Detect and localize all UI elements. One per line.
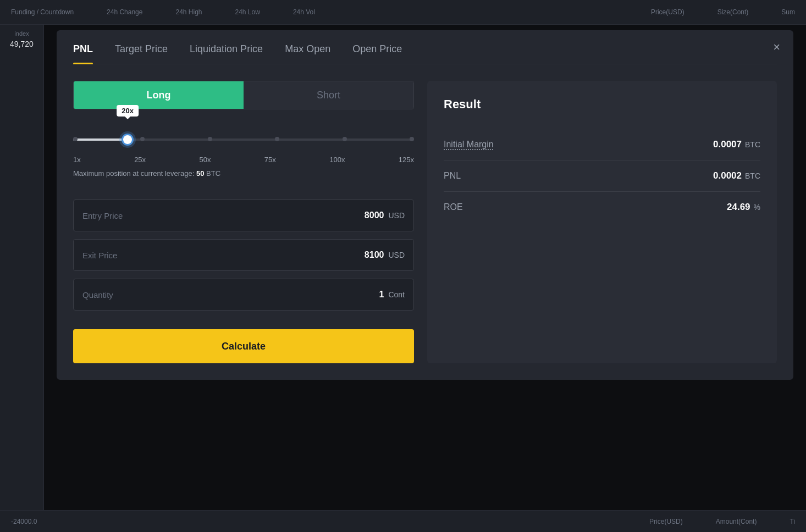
initial-margin-value: 0.0007 BTC bbox=[713, 139, 760, 150]
header-col-24h-change: 24h Change bbox=[107, 8, 142, 16]
max-position-value: 50 bbox=[196, 169, 204, 178]
tab-max-open[interactable]: Max Open bbox=[285, 43, 330, 64]
close-button[interactable]: × bbox=[773, 41, 780, 53]
calculate-button[interactable]: Calculate bbox=[73, 329, 414, 363]
header-col-funding: Funding / Countdown bbox=[11, 8, 74, 16]
tick-label-100x: 100x bbox=[329, 156, 345, 164]
exit-price-unit: USD bbox=[388, 251, 405, 259]
roe-unit: % bbox=[754, 203, 760, 212]
quantity-value-area: 1 Cont bbox=[379, 290, 405, 300]
header-size-label: Size(Cont) bbox=[717, 8, 749, 16]
tab-open-price[interactable]: Open Price bbox=[352, 43, 402, 64]
tick-label-25x: 25x bbox=[134, 156, 146, 164]
slider-fill bbox=[73, 138, 128, 141]
modal-overlay: PNL Target Price Liquidation Price Max O… bbox=[44, 25, 806, 510]
quantity-value: 1 bbox=[379, 290, 384, 300]
bottom-price-label: Price(USD) bbox=[649, 518, 683, 525]
result-row-pnl: PNL 0.0002 BTC bbox=[444, 160, 760, 192]
header-price-label: Price(USD) bbox=[651, 8, 684, 16]
header-col-24h-high: 24h High bbox=[175, 8, 202, 16]
roe-value: 24.69 % bbox=[727, 202, 760, 213]
quantity-label: Quantity bbox=[82, 290, 113, 300]
left-sidebar: index 49,720 bbox=[0, 25, 44, 510]
tick-label-1x: 1x bbox=[73, 156, 81, 164]
quantity-field[interactable]: Quantity 1 Cont bbox=[73, 279, 414, 311]
tab-liquidation-price[interactable]: Liquidation Price bbox=[190, 43, 263, 64]
max-position-text: Maximum position at current leverage: 50… bbox=[73, 169, 414, 178]
bottom-bar: -24000.0 Price(USD) Amount(Cont) Ti bbox=[0, 510, 806, 532]
content-area: Long Short 20x bbox=[73, 81, 777, 363]
exit-price-value-area: 8100 USD bbox=[365, 250, 405, 260]
exit-price-field[interactable]: Exit Price 8100 USD bbox=[73, 239, 414, 271]
roe-label: ROE bbox=[444, 202, 463, 212]
index-label: index bbox=[14, 30, 29, 37]
entry-price-unit: USD bbox=[388, 211, 405, 220]
entry-price-label: Entry Price bbox=[82, 211, 123, 220]
leverage-slider-container: 20x bbox=[73, 126, 414, 153]
exit-price-group: Exit Price 8100 USD bbox=[73, 239, 414, 271]
pnl-unit: BTC bbox=[745, 171, 760, 180]
tick-labels: 1x 25x 50x 75x 100x 125x bbox=[73, 156, 414, 164]
entry-price-field[interactable]: Entry Price 8000 USD bbox=[73, 199, 414, 231]
tab-pnl[interactable]: PNL bbox=[73, 43, 93, 64]
result-row-roe: ROE 24.69 % bbox=[444, 192, 760, 223]
slider-thumb-wrapper bbox=[122, 134, 134, 146]
max-position-unit: BTC bbox=[206, 169, 220, 178]
header-sum-label: Sum bbox=[781, 8, 795, 16]
quantity-unit: Cont bbox=[388, 290, 405, 299]
exit-price-value: 8100 bbox=[365, 250, 384, 260]
tick-label-75x: 75x bbox=[264, 156, 276, 164]
pnl-label: PNL bbox=[444, 171, 461, 181]
tick-label-50x: 50x bbox=[199, 156, 211, 164]
bottom-negative-value: -24000.0 bbox=[11, 518, 37, 525]
result-panel: Result Initial Margin 0.0007 BTC PNL 0.0… bbox=[427, 81, 777, 363]
pnl-num: 0.0002 bbox=[713, 170, 742, 181]
initial-margin-num: 0.0007 bbox=[713, 139, 742, 150]
short-button[interactable]: Short bbox=[244, 81, 413, 109]
initial-margin-label: Initial Margin bbox=[444, 140, 494, 149]
leverage-tooltip: 20x bbox=[117, 105, 139, 117]
pnl-value: 0.0002 BTC bbox=[713, 170, 760, 181]
initial-margin-unit: BTC bbox=[745, 140, 760, 149]
tab-target-price[interactable]: Target Price bbox=[115, 43, 168, 64]
header-col-24h-low: 24h Low bbox=[235, 8, 260, 16]
quantity-group: Quantity 1 Cont bbox=[73, 279, 414, 311]
modal-container: PNL Target Price Liquidation Price Max O… bbox=[57, 30, 793, 380]
roe-num: 24.69 bbox=[727, 202, 750, 213]
bottom-time-label: Ti bbox=[790, 518, 795, 525]
long-button[interactable]: Long bbox=[74, 81, 244, 109]
tick-label-125x: 125x bbox=[399, 156, 414, 164]
result-row-initial-margin: Initial Margin 0.0007 BTC bbox=[444, 129, 760, 160]
bottom-amount-label: Amount(Cont) bbox=[716, 518, 757, 525]
entry-price-value: 8000 bbox=[365, 210, 384, 220]
exit-price-label: Exit Price bbox=[82, 251, 117, 260]
left-panel: Long Short 20x bbox=[73, 81, 414, 363]
header-col-24h-vol: 24h Vol bbox=[293, 8, 315, 16]
entry-price-group: Entry Price 8000 USD bbox=[73, 199, 414, 231]
entry-price-value-area: 8000 USD bbox=[365, 210, 405, 220]
top-header: Funding / Countdown 24h Change 24h High … bbox=[0, 0, 806, 25]
result-title: Result bbox=[444, 97, 760, 112]
tab-bar: PNL Target Price Liquidation Price Max O… bbox=[73, 43, 777, 64]
slider-thumb[interactable] bbox=[122, 134, 134, 146]
index-price: 49,720 bbox=[10, 40, 34, 48]
